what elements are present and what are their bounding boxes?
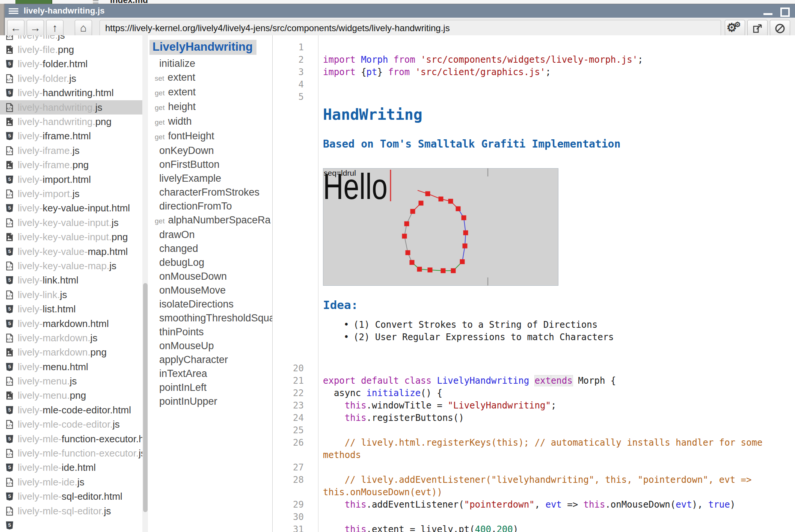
outline-pane: LivelyHandwriting initializesetextentget… [148, 35, 273, 532]
svg-text:5: 5 [8, 522, 11, 528]
code-line[interactable]: 26 // lively.html.registerKeys(this); //… [273, 437, 795, 461]
outline-item[interactable]: drawOn [148, 228, 272, 242]
file-item[interactable]: </>lively-menu.js [0, 374, 142, 388]
background-menu-icon: ☰ [92, 0, 99, 4]
outline-item[interactable]: characterFromStrokes [148, 185, 272, 199]
file-item[interactable]: 5lively-link.html [0, 273, 142, 288]
outline-item[interactable]: initialize [148, 57, 272, 71]
file-item[interactable]: </>lively-markdown.js [0, 331, 142, 345]
outline-item[interactable]: onMouseUp [148, 339, 272, 353]
outline-item[interactable]: isolateDirections [148, 297, 272, 311]
markdown-h2: Based on Tom's Smalltalk Grafiti Impleme… [323, 138, 795, 150]
file-item[interactable]: 5lively-mle-sql-editor.html [0, 490, 142, 504]
outline-item[interactable]: onMouseMove [148, 283, 272, 297]
url-input[interactable] [100, 20, 721, 36]
code-line[interactable]: 2import Morph from 'src/components/widge… [273, 54, 795, 66]
file-item[interactable]: 5lively-key-value-input.html [0, 201, 142, 216]
back-button[interactable]: ← [7, 20, 24, 36]
file-item[interactable]: </>lively-mle-function-executor.js [0, 446, 142, 460]
outline-item[interactable]: getfontHeight [148, 129, 272, 144]
file-item[interactable]: </>lively-key-value-map.js [0, 259, 142, 273]
file-list-scrollbar[interactable] [142, 35, 148, 532]
file-item[interactable]: </>lively-mle-code-editor.js [0, 417, 142, 432]
outline-item[interactable]: smoothingThresholdSqua [148, 311, 272, 325]
code-block-bottom[interactable]: 20 21export default class LivelyHandwrit… [273, 362, 795, 532]
code-line[interactable]: 20 [273, 362, 795, 375]
file-item[interactable]: </>lively-link.js [0, 288, 142, 302]
code-line[interactable]: 27 [273, 461, 795, 474]
file-item[interactable]: 5lively-folder.html [0, 57, 142, 71]
outline-item[interactable]: directionFromTo [148, 199, 272, 213]
outline-item[interactable]: getwidth [148, 115, 272, 129]
outline-item[interactable]: thinPoints [148, 325, 272, 339]
outline-item[interactable]: getheight [148, 100, 272, 115]
outline-item[interactable]: onFirstButton [148, 158, 272, 172]
outline-item[interactable]: applyCharacter [148, 353, 272, 367]
file-item[interactable]: 5lively-handwriting.html [0, 86, 142, 100]
file-item[interactable]: 5lively-key-value-map.html [0, 244, 142, 259]
settings-button[interactable]: ⚙⚙ [725, 20, 745, 36]
file-item[interactable]: </>lively-file.js [0, 35, 142, 42]
outline-item[interactable]: livelyExample [148, 172, 272, 185]
file-item[interactable]: 5lively-mle-ide.html [0, 461, 142, 475]
code-line[interactable]: 25 [273, 424, 795, 437]
code-line[interactable]: 3import {pt} from 'src/client/graphics.j… [273, 66, 795, 78]
file-item[interactable]: lively-handwriting.png [0, 115, 142, 129]
file-item[interactable]: </>lively-iframe.js [0, 143, 142, 158]
file-item[interactable]: 5lively-mle-function-executor.html [0, 432, 142, 446]
file-item[interactable]: 5lively-menu.html [0, 360, 142, 374]
outline-item[interactable]: pointInLeft [148, 381, 272, 395]
file-item[interactable]: 5 [0, 518, 142, 532]
outline-class-name[interactable]: LivelyHandwriting [149, 40, 256, 55]
minimize-button[interactable] [763, 13, 772, 15]
home-button[interactable]: ⌂ [75, 20, 92, 36]
code-line[interactable]: 29 this.addEventListener("pointerdown", … [273, 499, 795, 511]
file-name: lively-mle-function-executor.html [18, 433, 142, 445]
file-item[interactable]: </>lively-import.js [0, 187, 142, 201]
outline-item[interactable]: onMouseDown [148, 270, 272, 283]
outline-item[interactable]: getalphaNumberSpaceRa [148, 213, 272, 228]
file-item[interactable]: </>lively-mle-ide.js [0, 475, 142, 489]
file-item[interactable]: lively-file.png [0, 42, 142, 57]
file-item[interactable]: </>lively-folder.js [0, 71, 142, 86]
maximize-button[interactable] [780, 8, 790, 17]
open-external-button[interactable] [747, 20, 768, 36]
code-line[interactable]: 24 this.registerButtons() [273, 412, 795, 424]
file-item[interactable]: 5lively-mle-code-editor.html [0, 403, 142, 417]
up-button[interactable]: ↑ [46, 20, 63, 36]
svg-text:5: 5 [8, 249, 11, 254]
file-item[interactable]: lively-key-value-input.png [0, 230, 142, 244]
file-item[interactable]: 5lively-iframe.html [0, 129, 142, 143]
file-item[interactable]: lively-iframe.png [0, 158, 142, 172]
block-button[interactable] [770, 20, 790, 36]
code-editor[interactable]: 1 2import Morph from 'src/components/wid… [273, 35, 795, 532]
code-line[interactable]: 30 [273, 511, 795, 523]
outline-item[interactable]: debugLog [148, 256, 272, 270]
code-line[interactable]: 31 this.extent = lively.pt(400,200) [273, 523, 795, 532]
file-item[interactable]: </>lively-key-value-input.js [0, 216, 142, 230]
forward-button[interactable]: → [27, 20, 44, 36]
scrollbar-thumb[interactable] [143, 283, 148, 512]
code-line[interactable]: 23 this.windowTitle = "LivelyHandwriting… [273, 399, 795, 412]
outline-item[interactable]: getextent [148, 85, 272, 100]
file-item[interactable]: lively-markdown.png [0, 345, 142, 360]
outline-item[interactable]: onKeyDown [148, 144, 272, 158]
outline-item[interactable]: changed [148, 242, 272, 256]
code-line[interactable]: 21export default class LivelyHandwriting… [273, 375, 795, 387]
code-line[interactable]: 1 [273, 41, 795, 54]
file-item[interactable]: 5lively-list.html [0, 302, 142, 316]
code-block-top[interactable]: 1 2import Morph from 'src/components/wid… [273, 41, 795, 103]
outline-item[interactable]: inTextArea [148, 367, 272, 381]
code-line[interactable]: 5 [273, 91, 795, 103]
code-line[interactable]: 28 // lively.addEventListener("livelyhan… [273, 474, 795, 499]
outline-item[interactable]: pointInUpper [148, 395, 272, 408]
file-item[interactable]: lively-menu.png [0, 389, 142, 403]
code-line[interactable]: 22 async initialize() { [273, 387, 795, 399]
file-item-selected[interactable]: </>lively-handwriting.js [0, 100, 142, 115]
file-item[interactable]: 5lively-import.html [0, 172, 142, 187]
file-item[interactable]: 5lively-markdown.html [0, 316, 142, 331]
file-item[interactable]: </>lively-mle-sql-editor.js [0, 504, 142, 518]
code-line[interactable]: 4 [273, 78, 795, 91]
outline-item[interactable]: setextent [148, 71, 272, 85]
menu-icon[interactable] [9, 7, 18, 15]
